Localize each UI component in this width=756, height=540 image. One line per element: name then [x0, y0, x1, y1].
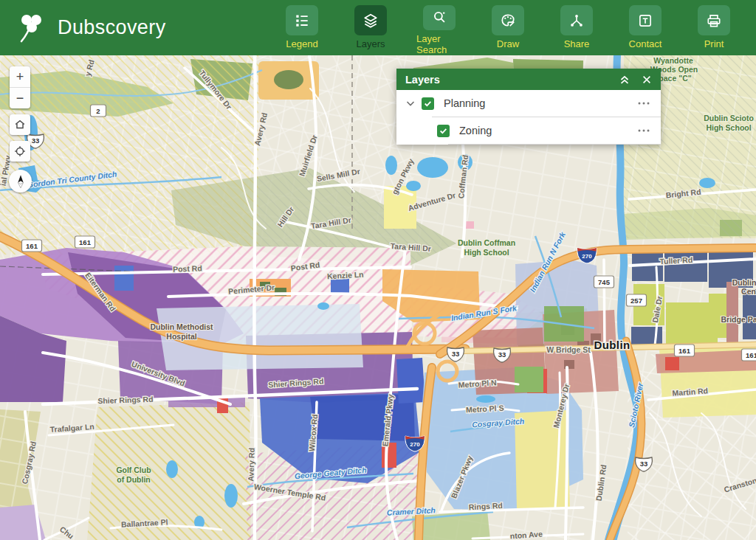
share-label: Share [564, 38, 590, 49]
layer-row-zoning: Zoning [396, 117, 661, 144]
draw-button[interactable]: Draw [485, 0, 531, 55]
layers-button[interactable]: Layers [348, 0, 394, 55]
map-label: Cen [741, 287, 756, 296]
zoom-out-button[interactable]: − [10, 88, 30, 108]
map-label: Dublin Methodist [150, 322, 213, 331]
draw-label: Draw [497, 38, 519, 49]
svg-text:257: 257 [630, 297, 642, 305]
svg-text:33: 33 [498, 350, 506, 359]
collapse-all-icon[interactable] [616, 72, 633, 88]
map-label: Dublin Scioto [704, 114, 754, 122]
map-label: Bridge Pa [721, 315, 756, 324]
layers-panel-header: Layers [396, 69, 661, 90]
svg-text:161: 161 [79, 238, 92, 246]
layer-search-button[interactable]: Layer Search [416, 0, 462, 55]
shamrock-icon [16, 12, 46, 44]
map-label: of Dublin [117, 475, 151, 484]
route-shield: 161 [75, 236, 95, 248]
map-label: Post Rd [173, 263, 202, 273]
home-control [10, 114, 30, 135]
share-button[interactable]: Share [554, 0, 599, 55]
compass-north-arrow[interactable] [9, 170, 32, 193]
divider [448, 144, 661, 145]
map-label: Hospital [166, 332, 197, 341]
zoom-control: + − [10, 66, 30, 108]
map-label: Tuller Rd [659, 255, 693, 266]
layers-panel: Layers Planning Zoning [396, 69, 661, 145]
print-label: Print [704, 38, 724, 49]
map-label: High School [706, 123, 751, 132]
options-ellipsis-icon[interactable] [637, 128, 650, 133]
close-icon[interactable] [639, 72, 655, 88]
app-title: Dubscovery [58, 16, 166, 39]
toolbar: Legend Layers Layer Search Draw [279, 0, 737, 55]
map-label: Rings Rd [468, 501, 503, 511]
app-header: Dubscovery Legend Layers Layer Search [0, 0, 756, 55]
app: 233161161745257161333333161270270 y RdTu… [0, 0, 756, 540]
svg-text:745: 745 [598, 278, 611, 286]
home-button[interactable] [10, 114, 30, 135]
svg-text:270: 270 [410, 441, 420, 448]
route-shield: 745 [594, 276, 614, 288]
svg-text:161: 161 [26, 242, 38, 250]
route-shield: 257 [627, 294, 647, 306]
print-icon [706, 13, 722, 29]
zoom-in-button[interactable]: + [10, 66, 30, 88]
svg-text:161: 161 [678, 347, 691, 355]
layers-panel-title: Layers [405, 74, 616, 86]
layer-label[interactable]: Zoning [459, 125, 637, 136]
options-ellipsis-icon[interactable] [637, 101, 650, 105]
svg-text:2: 2 [96, 107, 100, 115]
svg-text:270: 270 [582, 253, 592, 260]
svg-text:33: 33 [640, 460, 648, 468]
draw-palette-icon [500, 13, 516, 29]
map-label: Dublin [594, 339, 630, 351]
print-button[interactable]: Print [691, 0, 737, 55]
locate-button[interactable] [10, 141, 30, 162]
locate-control [10, 141, 30, 162]
contact-icon [637, 13, 653, 29]
chevron-down-icon[interactable] [405, 100, 416, 107]
contact-button[interactable]: Contact [622, 0, 668, 55]
svg-text:33: 33 [32, 136, 40, 145]
map-label: W Bridge St [546, 345, 591, 354]
map-label: Dublin [732, 278, 756, 287]
map-label: nton Ave [509, 529, 543, 540]
route-shield: 161 [675, 345, 695, 356]
route-shield: 161 [742, 349, 756, 361]
map-label: High School [464, 248, 509, 257]
map-label: Avery Rd [246, 448, 256, 482]
layer-search-label: Layer Search [416, 33, 462, 55]
svg-text:33: 33 [452, 350, 460, 358]
map-label: Dublin Coffman [458, 238, 515, 247]
layers-label: Layers [356, 38, 385, 49]
legend-button[interactable]: Legend [279, 0, 325, 55]
map-label: Golf Club [116, 465, 151, 474]
share-icon [568, 13, 585, 29]
route-shield: 2 [91, 105, 106, 117]
layer-label[interactable]: Planning [444, 97, 637, 109]
layers-icon [362, 13, 379, 29]
map-label: Wyandotte [653, 56, 693, 65]
layer-search-icon [431, 10, 447, 26]
layer-row-planning: Planning [396, 90, 661, 117]
svg-text:161: 161 [746, 351, 756, 359]
contact-label: Contact [629, 38, 662, 49]
planning-checkbox[interactable] [422, 97, 434, 110]
route-shield: 161 [22, 240, 42, 252]
legend-list-icon [294, 13, 310, 29]
legend-label: Legend [286, 38, 317, 49]
zoning-checkbox[interactable] [437, 125, 450, 137]
